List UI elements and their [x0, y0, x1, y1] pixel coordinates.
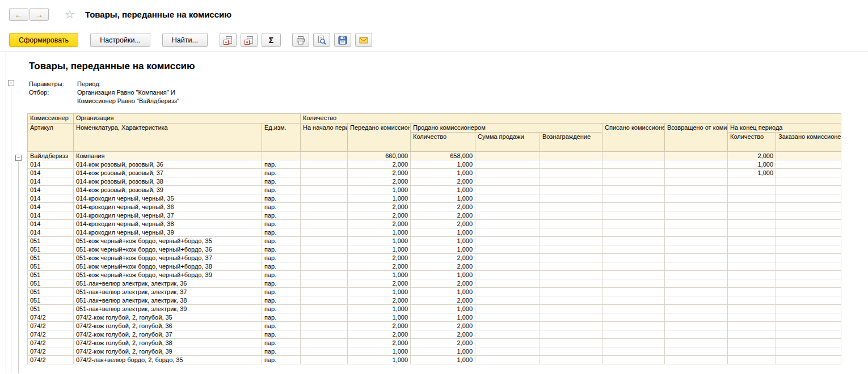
cell-fee[interactable]: [540, 279, 602, 288]
cell-nomenclature[interactable]: 051-кож черный+кож бордо, черный+бордо, …: [74, 271, 262, 279]
cell-nomenclature[interactable]: 014-кож розовый, розовый, 39: [74, 186, 262, 194]
cell-unit[interactable]: пар.: [262, 305, 301, 313]
cell-ordered-qty[interactable]: [776, 322, 841, 330]
cell-transferred-qty[interactable]: 2,000: [348, 322, 411, 330]
cell-transferred-qty[interactable]: 2,000: [348, 169, 411, 177]
cell-unit[interactable]: пар.: [262, 356, 301, 364]
cell-sold-qty[interactable]: 1,000: [411, 271, 475, 279]
cell-begin-qty[interactable]: [301, 228, 348, 237]
cell-sold-qty[interactable]: 2,000: [411, 279, 475, 288]
cell-fee[interactable]: [540, 271, 602, 279]
table-row[interactable]: 051 051-лак+велюр электрик, электрик, 37…: [28, 288, 841, 296]
cell-transferred-qty[interactable]: 2,000: [348, 160, 411, 169]
cell-nomenclature[interactable]: 074/2-кож голубой, 2, голубой, 38: [74, 339, 262, 347]
cell-sold-qty[interactable]: 2,000: [411, 220, 475, 228]
cell-end-qty[interactable]: [728, 262, 776, 271]
cell-writeoff-qty[interactable]: [602, 305, 665, 313]
table-row[interactable]: 014 014-крокодил черный, черный, 39 пар.…: [28, 228, 841, 237]
table-row[interactable]: 014 014-крокодил черный, черный, 35 пар.…: [28, 194, 841, 203]
cell-writeoff-qty[interactable]: [602, 356, 665, 364]
group-row[interactable]: Вайлдберизз Компания 660,000 658,000 2,0…: [28, 152, 841, 160]
cell-sold-sum[interactable]: [475, 169, 540, 177]
cell-transferred-qty[interactable]: 2,000: [348, 330, 411, 339]
cell-returned-qty[interactable]: [665, 271, 728, 279]
cell-nomenclature[interactable]: 014-крокодил черный, черный, 37: [74, 211, 262, 220]
cell-nomenclature[interactable]: 051-лак+велюр электрик, электрик, 38: [74, 296, 262, 305]
cell-article[interactable]: 014: [28, 228, 74, 237]
cell-ordered-qty[interactable]: [776, 203, 841, 211]
cell-writeoff-qty[interactable]: [602, 194, 665, 203]
cell-writeoff-qty[interactable]: [602, 237, 665, 245]
cell-begin-qty[interactable]: [301, 194, 348, 203]
cell-ordered-qty[interactable]: [776, 194, 841, 203]
cell-sold-sum[interactable]: [475, 339, 540, 347]
cell-writeoff-qty[interactable]: [602, 169, 665, 177]
forward-button[interactable]: →: [30, 8, 49, 21]
table-row[interactable]: 051 051-лак+велюр электрик, электрик, 36…: [28, 279, 841, 288]
cell-article[interactable]: 051: [28, 305, 74, 313]
cell-returned-qty[interactable]: [665, 160, 728, 169]
cell-returned-qty[interactable]: [665, 169, 728, 177]
cell-sold-qty[interactable]: 2,000: [411, 330, 475, 339]
cell-transferred-qty[interactable]: 1,000: [348, 271, 411, 279]
cell-transferred-qty[interactable]: 1,000: [348, 288, 411, 296]
cell-ordered-qty[interactable]: [776, 254, 841, 262]
cell-sold-sum[interactable]: [475, 288, 540, 296]
cell-end-qty[interactable]: [728, 254, 776, 262]
cell-transferred-qty[interactable]: 1,000: [348, 245, 411, 254]
cell-returned-qty[interactable]: [665, 177, 728, 186]
table-row[interactable]: 074/2 074/2-кож голубой, 2, голубой, 38 …: [28, 339, 841, 347]
cell-sold-sum[interactable]: [475, 356, 540, 364]
cell-ordered-qty[interactable]: [776, 186, 841, 194]
group-cell-sold-sum[interactable]: [475, 152, 540, 160]
cell-writeoff-qty[interactable]: [602, 322, 665, 330]
cell-returned-qty[interactable]: [665, 220, 728, 228]
cell-transferred-qty[interactable]: 1,000: [348, 347, 411, 356]
cell-transferred-qty[interactable]: 1,000: [348, 228, 411, 237]
cell-fee[interactable]: [540, 262, 602, 271]
back-button[interactable]: ←: [9, 8, 28, 21]
cell-end-qty[interactable]: [728, 177, 776, 186]
cell-fee[interactable]: [540, 347, 602, 356]
cell-fee[interactable]: [540, 160, 602, 169]
cell-sold-sum[interactable]: [475, 245, 540, 254]
cell-writeoff-qty[interactable]: [602, 211, 665, 220]
cell-fee[interactable]: [540, 220, 602, 228]
cell-unit[interactable]: пар.: [262, 194, 301, 203]
group-cell-fee[interactable]: [540, 152, 602, 160]
cell-sold-qty[interactable]: 1,000: [411, 194, 475, 203]
cell-sold-sum[interactable]: [475, 237, 540, 245]
cell-ordered-qty[interactable]: [776, 279, 841, 288]
cell-unit[interactable]: пар.: [262, 228, 301, 237]
cell-ordered-qty[interactable]: [776, 237, 841, 245]
cell-writeoff-qty[interactable]: [602, 288, 665, 296]
cell-ordered-qty[interactable]: [776, 228, 841, 237]
cell-transferred-qty[interactable]: 2,000: [348, 254, 411, 262]
cell-begin-qty[interactable]: [301, 254, 348, 262]
cell-returned-qty[interactable]: [665, 211, 728, 220]
cell-writeoff-qty[interactable]: [602, 296, 665, 305]
cell-sold-qty[interactable]: 2,000: [411, 203, 475, 211]
table-row[interactable]: 051 051-кож черный+кож бордо, черный+бор…: [28, 262, 841, 271]
cell-fee[interactable]: [540, 254, 602, 262]
cell-nomenclature[interactable]: 014-крокодил черный, черный, 35: [74, 194, 262, 203]
cell-sold-qty[interactable]: 2,000: [411, 254, 475, 262]
cell-unit[interactable]: пар.: [262, 211, 301, 220]
cell-fee[interactable]: [540, 356, 602, 364]
cell-ordered-qty[interactable]: [776, 313, 841, 322]
cell-sold-qty[interactable]: 1,000: [411, 356, 475, 364]
cell-fee[interactable]: [540, 330, 602, 339]
table-row[interactable]: 014 014-крокодил черный, черный, 37 пар.…: [28, 211, 841, 220]
cell-begin-qty[interactable]: [301, 211, 348, 220]
cell-ordered-qty[interactable]: [776, 262, 841, 271]
cell-article[interactable]: 051: [28, 245, 74, 254]
cell-end-qty[interactable]: [728, 356, 776, 364]
cell-nomenclature[interactable]: 051-кож черный+кож бордо, черный+бордо, …: [74, 254, 262, 262]
cell-begin-qty[interactable]: [301, 160, 348, 169]
cell-end-qty[interactable]: [728, 186, 776, 194]
cell-nomenclature[interactable]: 074/2-кож голубой, 2, голубой, 37: [74, 330, 262, 339]
group-cell-writeoff-qty[interactable]: [602, 152, 665, 160]
cell-ordered-qty[interactable]: [776, 296, 841, 305]
cell-end-qty[interactable]: [728, 245, 776, 254]
cell-writeoff-qty[interactable]: [602, 177, 665, 186]
